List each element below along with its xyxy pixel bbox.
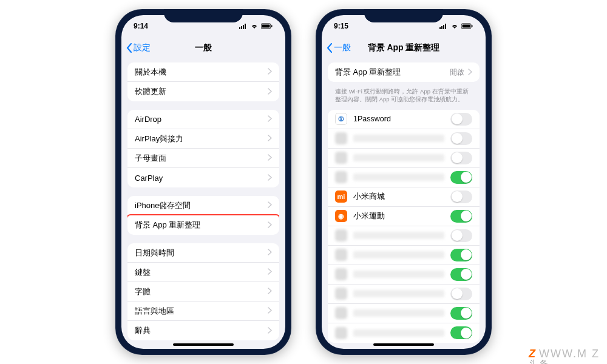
toggle-switch[interactable]: [450, 210, 472, 223]
status-time: 9:15: [334, 22, 348, 30]
back-label: 一般: [334, 42, 351, 53]
app-row: [328, 226, 480, 246]
chevron-right-icon: [468, 68, 472, 77]
chevron-left-icon: [327, 43, 333, 53]
app-label: 1Password: [353, 115, 444, 123]
app-label: [353, 290, 444, 297]
nav-bar: 設定 一般: [121, 37, 285, 59]
back-button[interactable]: 一般: [327, 42, 351, 53]
row-label: AirDrop: [135, 115, 268, 124]
settings-group: AirDropAirPlay與接力子母畫面CarPlay: [127, 110, 279, 187]
svg-rect-9: [443, 25, 444, 29]
toggle-switch[interactable]: [450, 171, 472, 184]
screen-left: 9:14 設定 一般 關於本機軟體更新 AirDropAirPlay與接力子母畫…: [121, 15, 285, 349]
toggle-switch[interactable]: [450, 190, 472, 203]
settings-row[interactable]: CarPlay: [127, 168, 279, 187]
svg-rect-7: [439, 27, 441, 29]
toggle-switch[interactable]: [450, 249, 472, 261]
app-row: [328, 285, 480, 304]
wifi-icon: [250, 23, 259, 29]
svg-rect-12: [463, 25, 470, 28]
toggle-switch[interactable]: [450, 229, 472, 242]
settings-row[interactable]: AirPlay與接力: [127, 129, 279, 149]
row-label: 軟體更新: [135, 86, 268, 97]
status-time: 9:14: [134, 22, 148, 30]
chevron-right-icon: [268, 326, 272, 335]
settings-row[interactable]: 鍵盤: [127, 263, 279, 282]
app-icon: [335, 152, 347, 164]
battery-icon: [261, 23, 273, 29]
svg-rect-8: [441, 26, 443, 29]
app-row: ◉小米運動: [328, 207, 480, 226]
signal-icon: [239, 23, 248, 29]
notch: [364, 9, 443, 22]
settings-row[interactable]: 字體: [127, 282, 279, 302]
chevron-right-icon: [268, 115, 272, 124]
row-label: 關於本機: [135, 67, 268, 78]
app-row: [328, 129, 480, 149]
wifi-icon: [450, 23, 459, 29]
footer-text: 連接 Wi-Fi 或行動網路時，允許 App 在背景中重新整理內容。關閉 App…: [328, 84, 480, 110]
chevron-right-icon: [268, 134, 272, 143]
settings-row[interactable]: iPhone儲存空間: [127, 196, 279, 215]
chevron-right-icon: [268, 306, 272, 315]
settings-row[interactable]: 關於本機: [127, 62, 279, 82]
settings-row[interactable]: AirDrop: [127, 110, 279, 129]
app-row: [328, 168, 480, 187]
svg-rect-10: [445, 24, 446, 29]
toggle-switch[interactable]: [450, 113, 472, 126]
app-icon: ①: [335, 113, 347, 125]
app-list: ①1Passwordmi小米商城◉小米運動: [328, 110, 480, 343]
app-row: [328, 265, 480, 285]
settings-group: 日期與時間鍵盤字體語言與地區辭典: [127, 243, 279, 340]
nav-bar: 一般 背景 App 重新整理: [322, 37, 486, 59]
app-label: [353, 309, 444, 317]
app-label: 小米運動: [353, 211, 444, 221]
settings-row[interactable]: 語言與地區: [127, 302, 279, 321]
bg-refresh-row[interactable]: 背景 App 重新整理 開啟: [328, 62, 480, 82]
notch: [164, 9, 243, 22]
watermark: Z WWW.M Z 头条@Mac风: [529, 348, 600, 360]
chevron-right-icon: [268, 153, 272, 163]
nav-title: 背景 App 重新整理: [368, 42, 440, 53]
app-row: ①1Password: [328, 110, 480, 129]
row-label: 鍵盤: [135, 267, 268, 278]
back-button[interactable]: 設定: [126, 42, 151, 53]
app-row: [328, 304, 480, 323]
settings-row[interactable]: 子母畫面: [127, 149, 279, 168]
toggle-switch[interactable]: [450, 326, 472, 339]
app-icon: ◉: [335, 210, 347, 222]
app-icon: [335, 307, 347, 319]
toggle-switch[interactable]: [450, 307, 472, 320]
app-icon: [335, 268, 347, 280]
row-label: 辭典: [135, 325, 268, 336]
app-icon: [335, 132, 347, 144]
settings-row[interactable]: 日期與時間: [127, 243, 279, 263]
home-indicator[interactable]: [373, 343, 434, 346]
app-label: 小米商城: [353, 192, 444, 202]
app-icon: [335, 171, 347, 183]
app-icon: [335, 249, 347, 261]
chevron-right-icon: [268, 87, 272, 96]
svg-rect-6: [271, 25, 273, 27]
settings-row[interactable]: 背景 App 重新整理: [127, 215, 279, 235]
app-icon: mi: [335, 190, 347, 203]
toggle-switch[interactable]: [450, 288, 472, 300]
toggle-switch[interactable]: [450, 132, 472, 145]
home-indicator[interactable]: [173, 343, 234, 346]
settings-row[interactable]: 軟體更新: [127, 82, 279, 101]
nav-title: 一般: [195, 42, 212, 53]
toggle-switch[interactable]: [450, 268, 472, 281]
row-label: iPhone儲存空間: [135, 200, 268, 211]
settings-group: 背景 App 重新整理 開啟: [328, 62, 480, 82]
app-label: [353, 232, 444, 239]
phone-frame-right: 9:15 一般 背景 App 重新整理 背景 App 重新整理 開啟: [316, 9, 492, 355]
toggle-switch[interactable]: [450, 152, 472, 164]
app-row: [328, 246, 480, 265]
app-icon: [335, 327, 347, 339]
settings-row[interactable]: 辭典: [127, 321, 279, 340]
chevron-right-icon: [268, 248, 272, 257]
app-label: [353, 251, 444, 258]
svg-rect-1: [241, 26, 242, 29]
app-label: [353, 329, 444, 337]
